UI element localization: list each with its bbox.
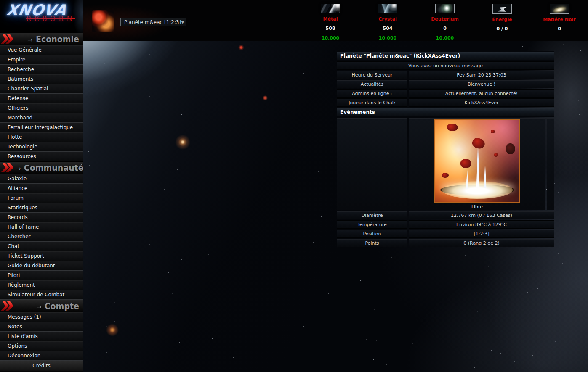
section-header-economie: →Economie — [0, 33, 83, 45]
sidebar-item-vue-generale[interactable]: Vue Générale — [0, 45, 83, 55]
sidebar-item-pilori[interactable]: Pilori — [0, 271, 83, 280]
resource-name: Métal — [323, 16, 338, 22]
sidebar-item-records[interactable]: Records — [0, 213, 83, 222]
double-chevron-icon — [1, 301, 16, 311]
sidebar-item-technologie[interactable]: Technologie — [0, 142, 83, 152]
row-label: Température — [337, 220, 407, 229]
resource-metal: Métal 508 10.000 — [302, 4, 359, 41]
resource-crystal: Crystal 504 10.000 — [359, 4, 416, 41]
app-logo[interactable]: XNOVA REBORN — [0, 0, 83, 33]
sidebar-item-options[interactable]: Options — [0, 341, 83, 351]
arrow-icon: → — [16, 165, 21, 172]
row-value: Bienvenue ! — [409, 80, 554, 88]
row-value: 12.767 km (0 / 163 Cases) — [409, 211, 554, 219]
events-main-slot: Libre — [409, 118, 545, 210]
planet-select-value: Planéte m&eac [1:2:3] — [124, 19, 181, 25]
sidebar-item-galaxie[interactable]: Galaxie — [0, 174, 83, 184]
new-message-banner[interactable]: Vous avez un nouveau message — [337, 61, 554, 70]
sidebar-item-alliance[interactable]: Alliance — [0, 184, 83, 193]
row-value: 0 (Rang 2 de 2) — [409, 239, 554, 247]
resource-value: 0 / 0 — [497, 26, 508, 32]
row-value: Fev Sam 20 23:37:03 — [409, 71, 554, 79]
sidebar-item-ferrailleur-intergalactique[interactable]: Ferrailleur Intergalactique — [0, 123, 83, 132]
resource-value: 504 — [383, 26, 393, 31]
panel-title: Planète "Planéte m&eac" (KickXAss4Ever) — [337, 51, 554, 61]
dark-matter-icon — [550, 4, 569, 14]
sidebar-item-hall-of-fame[interactable]: Hall of Fame — [0, 222, 83, 232]
sidebar-item-statistiques[interactable]: Statistiques — [0, 203, 83, 213]
table-row: Vous avez un nouveau message — [337, 61, 554, 70]
row-value: Environ 89°C à 129°C — [409, 220, 554, 229]
asteroid — [494, 153, 498, 157]
sidebar-item-officiers[interactable]: Officiers — [0, 103, 83, 113]
asteroid — [442, 173, 449, 178]
sidebar-item-notes[interactable]: Notes — [0, 322, 83, 332]
section-label: Economie — [36, 34, 79, 44]
events-left-slot — [337, 118, 407, 210]
asteroid — [471, 137, 486, 150]
section-header-compte: →Compte — [0, 300, 83, 312]
sidebar-item-deconnexion[interactable]: Déconnexion — [0, 351, 83, 361]
asteroid — [506, 143, 515, 154]
row-value: [1:2:3] — [409, 230, 554, 238]
arrow-icon: → — [37, 303, 42, 310]
asteroid — [491, 130, 495, 133]
sidebar-item-liste-damis[interactable]: Liste d'amis — [0, 332, 83, 341]
resource-bar: Métal 508 10.000 Crystal 504 10.000 Deut… — [302, 4, 588, 41]
sidebar-item-defense[interactable]: Défense — [0, 94, 83, 103]
topbar: Planéte m&eac [1:2:3] ▼ Métal 508 10.000… — [83, 0, 588, 41]
credits-link[interactable]: Crédits — [0, 361, 83, 371]
sidebar-item-chercher[interactable]: Chercher — [0, 232, 83, 242]
resource-name: Énergie — [492, 17, 512, 22]
row-label: Joueur dans le Chat: — [337, 98, 407, 107]
table-row: Température Environ 89°C à 129°C — [337, 220, 554, 229]
sidebar-item-marchand[interactable]: Marchand — [0, 113, 83, 123]
energy-icon — [492, 4, 512, 14]
planet-select[interactable]: Planéte m&eac [1:2:3] ▼ — [120, 18, 186, 26]
row-label: Position — [337, 230, 407, 238]
resource-capacity: 10.000 — [436, 35, 454, 41]
section-label: Compte — [45, 301, 79, 311]
planet-event-image — [434, 119, 520, 203]
sidebar-item-recherche[interactable]: Recherche — [0, 65, 83, 74]
logo-title: XNOVA — [5, 2, 83, 18]
dropdown-caret-icon: ▼ — [181, 20, 184, 24]
section-label: Communauté — [24, 163, 84, 172]
sidebar-item-forum[interactable]: Forum — [0, 193, 83, 203]
sidebar-item-flotte[interactable]: Flotte — [0, 132, 83, 142]
sidebar-item-chantier-spatial[interactable]: Chantier Spatial — [0, 84, 83, 94]
sidebar-item-messages[interactable]: Messages (1) — [0, 312, 83, 322]
sidebar-item-ressources[interactable]: Ressources — [0, 152, 83, 161]
resource-dark-matter: Matiére Noir 0 — [531, 4, 588, 41]
row-value: Actuellement, aucun connecté! — [409, 89, 554, 98]
sidebar-item-chat[interactable]: Chat — [0, 242, 83, 251]
deuterium-icon — [435, 4, 455, 13]
resource-capacity: 10.000 — [379, 35, 396, 41]
resource-name: Deuterium — [431, 16, 459, 22]
resource-value: 0 — [443, 26, 447, 31]
row-label: Heure du Serveur — [337, 71, 407, 79]
sidebar-item-empire[interactable]: Empire — [0, 55, 83, 65]
resource-energy: Énergie 0 / 0 — [474, 4, 531, 41]
table-row: Admins en ligne : Actuellement, aucun co… — [337, 89, 554, 98]
resource-name: Crystal — [378, 16, 397, 22]
sidebar-item-batiments[interactable]: Bâtiments — [0, 74, 83, 84]
table-row: Position [1:2:3] — [337, 230, 554, 238]
asteroid — [460, 159, 471, 168]
event-slot-caption: Libre — [471, 204, 483, 210]
asteroid — [447, 124, 458, 131]
resource-deuterium: Deuterium 0 10.000 — [416, 4, 474, 41]
planet-thumbnail — [92, 10, 114, 32]
table-row: Joueur dans le Chat: KickXAss4Ever — [337, 98, 554, 107]
table-row: Points 0 (Rang 2 de 2) — [337, 239, 554, 247]
sidebar-item-ticket-support[interactable]: Ticket Support — [0, 251, 83, 261]
sidebar-item-guide-du-debutant[interactable]: Guide du débutant — [0, 261, 83, 271]
row-value: KickXAss4Ever — [409, 98, 554, 107]
table-row: Heure du Serveur Fev Sam 20 23:37:03 — [337, 71, 554, 79]
row-label: Points — [337, 239, 407, 247]
sidebar-item-reglement[interactable]: Règlement — [0, 280, 83, 290]
double-chevron-icon — [1, 163, 16, 173]
resource-capacity: 10.000 — [322, 35, 339, 41]
section-header-communaute: →Communauté — [0, 161, 83, 174]
sidebar-item-simulateur-de-combat[interactable]: Simulateur de Combat — [0, 290, 83, 300]
